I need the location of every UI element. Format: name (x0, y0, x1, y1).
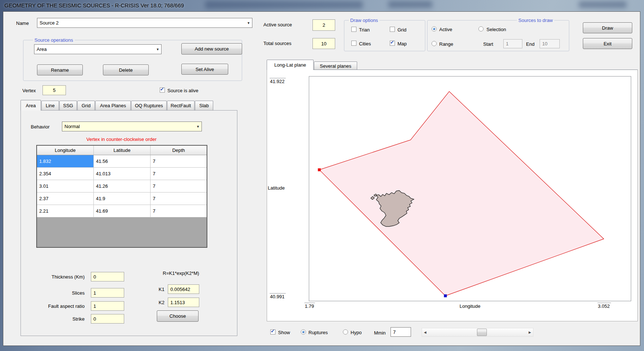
k2-field[interactable]: 1.1513 (168, 298, 199, 307)
vertex-2-marker[interactable] (444, 294, 447, 297)
table-empty-area (37, 217, 207, 247)
tab-oq-ruptures[interactable]: OQ Ruptures (131, 101, 167, 110)
thickness-field[interactable]: 0 (91, 272, 124, 281)
thickness-label: Thickness (Km) (15, 274, 85, 280)
table-cell-selected[interactable]: 1.832 (37, 155, 94, 167)
trian-checkbox[interactable]: ✔ (351, 27, 356, 32)
set-alive-button[interactable]: Set Alive (181, 64, 228, 75)
range-radio-label: Range (439, 41, 453, 47)
show-label: Show (278, 330, 290, 335)
range-radio[interactable] (432, 41, 437, 46)
map-label: Map (397, 41, 407, 46)
table-row[interactable]: 3.01 41.26 7 (37, 180, 207, 193)
dropdown-arrow-icon[interactable]: ▼ (247, 21, 250, 25)
grid-label: Grid (397, 27, 407, 33)
behavior-combobox[interactable]: Normal ▼ (62, 122, 202, 131)
check-icon: ✔ (160, 86, 164, 92)
hypo-radio[interactable] (343, 329, 348, 335)
source-alive-label: Source is alive (167, 88, 199, 93)
source-alive-checkbox[interactable]: ✔ (160, 87, 165, 93)
map-plot-svg (309, 76, 631, 301)
mmin-field[interactable]: 7 (391, 327, 411, 337)
background-window-blur (205, 1, 363, 9)
delete-button[interactable]: Delete (103, 64, 149, 75)
tab-area[interactable]: Area (21, 100, 41, 111)
y-axis-title: Latitude (268, 185, 285, 191)
scroll-right-icon[interactable]: ▶ (527, 328, 533, 336)
active-source-label: Active source (263, 22, 292, 27)
hypo-radio-label: Hypo (351, 330, 362, 335)
vertex-table[interactable]: Longitude Latitude Depth 1.832 41.56 7 2… (36, 145, 207, 248)
tab-rectfault[interactable]: RectFault (167, 101, 195, 110)
source-name-combobox[interactable]: Source 2 ▼ (37, 18, 252, 28)
start-label: Start (483, 41, 493, 47)
draw-options-group: Draw options (344, 20, 425, 51)
strike-field[interactable]: 0 (91, 314, 124, 324)
col-header-depth[interactable]: Depth (151, 146, 207, 155)
active-source-field[interactable]: 2 (312, 19, 335, 31)
scroll-left-icon[interactable]: ◀ (422, 328, 428, 336)
magnitude-scrollbar[interactable]: ◀ ▶ (422, 328, 533, 337)
tab-area-planes[interactable]: Area Planes (95, 101, 131, 110)
vertex-label: Vertex (22, 88, 36, 93)
map-checkbox[interactable]: ✔ (390, 41, 395, 46)
col-header-longitude[interactable]: Longitude (37, 146, 94, 155)
check-icon: ✔ (390, 40, 394, 45)
active-radio[interactable] (432, 26, 437, 31)
scrollbar-thumb[interactable] (477, 329, 487, 336)
fault-aspect-ratio-field[interactable]: 1 (91, 301, 124, 311)
ruptures-radio[interactable] (301, 329, 306, 335)
tab-slab[interactable]: Slab (195, 101, 213, 110)
add-new-source-button[interactable]: Add new source (181, 43, 242, 55)
grid-checkbox[interactable]: ✔ (390, 27, 395, 32)
mmin-label: Mmin (374, 330, 386, 336)
total-sources-label: Total sources (263, 41, 292, 46)
source-operations-title: Source operations (33, 37, 75, 43)
slices-field[interactable]: 1 (91, 288, 124, 298)
source-name-value: Source 2 (40, 20, 59, 26)
tab-long-lat-plane[interactable]: Long-Lat plane (267, 60, 314, 70)
cities-label: Cities (359, 41, 371, 46)
background-window-blur (388, 1, 432, 8)
tab-line[interactable]: Line (41, 101, 59, 110)
k1-label: K1 (159, 287, 164, 292)
map-plot-area[interactable] (309, 76, 631, 301)
draw-button[interactable]: Draw (583, 22, 632, 33)
x-axis-max-label: 3.052 (597, 303, 611, 309)
tab-ssg[interactable]: SSG (59, 101, 77, 110)
strike-label: Strike (15, 316, 85, 322)
trian-label: Trian (359, 27, 370, 33)
geometry-dialog: Name Source 2 ▼ Source operations Area ▼… (3, 11, 640, 346)
tab-grid[interactable]: Grid (77, 101, 95, 110)
table-row[interactable]: 2.21 41.69 7 (37, 205, 207, 217)
choose-button[interactable]: Choose (157, 310, 199, 322)
sources-to-draw-title: Sources to draw (517, 18, 554, 23)
rename-button[interactable]: Rename (37, 64, 83, 75)
fault-aspect-ratio-label: Fault aspect ratio (15, 303, 85, 309)
start-field[interactable]: 1 (503, 39, 522, 48)
col-header-latitude[interactable]: Latitude (94, 146, 151, 155)
name-label: Name (16, 20, 29, 26)
total-sources-field[interactable]: 10 (312, 38, 335, 49)
active-radio-label: Active (439, 27, 452, 32)
source-type-combobox[interactable]: Area ▼ (34, 44, 162, 54)
table-row[interactable]: 1.832 41.56 7 (37, 155, 207, 168)
tab-several-planes[interactable]: Several planes (314, 61, 357, 70)
cities-checkbox[interactable]: ✔ (351, 41, 356, 46)
dropdown-arrow-icon[interactable]: ▼ (196, 125, 200, 128)
end-field[interactable]: 10 (540, 39, 560, 48)
show-checkbox[interactable]: ✔ (270, 329, 275, 335)
dropdown-arrow-icon[interactable]: ▼ (156, 48, 159, 51)
rupture-formula-label: R=K1*exp(K2*M) (152, 270, 210, 276)
end-label: End (526, 41, 534, 47)
source-polygon (319, 92, 604, 296)
behavior-value: Normal (64, 124, 80, 129)
selected-vertex-marker[interactable] (318, 168, 321, 171)
selection-radio[interactable] (478, 26, 484, 31)
table-row[interactable]: 2.354 41.013 7 (37, 168, 207, 180)
exit-button[interactable]: Exit (583, 38, 632, 49)
table-header-row: Longitude Latitude Depth (37, 146, 207, 155)
vertex-count-field[interactable]: 5 (42, 85, 66, 95)
k1-field[interactable]: 0.005642 (168, 284, 199, 294)
table-row[interactable]: 2.37 41.9 7 (37, 193, 207, 205)
